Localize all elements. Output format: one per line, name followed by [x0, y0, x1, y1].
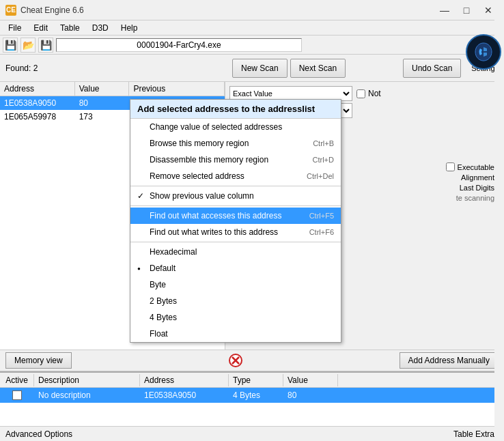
context-menu: Add selected addresses to the addresslis…: [130, 99, 341, 343]
addr-col-header-type: Type: [229, 374, 283, 386]
col-header-value: Value: [75, 82, 130, 96]
not-label: Not: [368, 89, 381, 98]
menu-file[interactable]: File: [3, 22, 27, 34]
bottom-toolbar: Memory view Add Address Manually: [0, 350, 504, 371]
not-checkbox-row: Not: [356, 89, 381, 98]
toolbar-btn-1[interactable]: 💾: [3, 38, 18, 53]
ctx-4bytes[interactable]: 4 Bytes: [130, 309, 341, 326]
found-label: Found: 2: [5, 63, 38, 73]
addr-row0-description: No description: [34, 390, 140, 400]
main-window: CE Cheat Engine 6.6 — □ ✕ File Edit Tabl…: [0, 0, 504, 441]
status-table-extras[interactable]: Table Extras: [453, 429, 499, 439]
status-bar: Advanced Options Table Extras: [0, 426, 504, 441]
memory-view-button[interactable]: Memory view: [5, 352, 72, 369]
ctx-change-value[interactable]: Change value of selected addresses: [130, 119, 341, 135]
ctx-remove-address[interactable]: Remove selected address Ctrl+Del: [130, 168, 341, 184]
menu-help[interactable]: Help: [115, 22, 143, 34]
undo-scan-button[interactable]: Undo Scan: [403, 59, 461, 78]
ctx-float[interactable]: Float: [130, 326, 341, 342]
scan-buttons: New Scan Next Scan: [232, 59, 346, 78]
title-bar: CE Cheat Engine 6.6 — □ ✕: [0, 0, 504, 20]
menu-edit[interactable]: Edit: [28, 22, 53, 34]
ctx-disassemble[interactable]: Disassemble this memory region Ctrl+D: [130, 152, 341, 168]
ctx-hexadecimal[interactable]: Hexadecimal: [130, 244, 341, 260]
toolbar-bar: 💾 📂 💾 00001904-FarCry4.exe: [0, 35, 504, 55]
minimize-button[interactable]: —: [434, 3, 455, 18]
menu-table[interactable]: Table: [55, 22, 85, 34]
row0-address: 1E0538A9050: [0, 98, 75, 108]
addr-col-header-desc: Description: [34, 374, 140, 386]
ctx-find-writes[interactable]: Find out what writes to this address Ctr…: [130, 224, 341, 240]
executable-label: Executable: [458, 163, 494, 171]
addr-row0-type: 4 Bytes: [229, 390, 283, 400]
ctx-find-accesses[interactable]: Find out what accesses this address Ctrl…: [130, 208, 341, 224]
toolbar-btn-2[interactable]: 📂: [20, 38, 36, 53]
window-controls: — □ ✕: [434, 3, 499, 18]
ctx-sep-2: [130, 205, 341, 206]
app-title: Cheat Engine 6.6: [20, 5, 84, 15]
addr-scrollbar[interactable]: [494, 388, 504, 426]
delete-icon-area: [77, 352, 394, 369]
row0-value: 80: [75, 98, 130, 108]
address-list-row-0[interactable]: No description 1E0538A9050 4 Bytes 80: [0, 388, 504, 403]
ctx-browse-memory[interactable]: Browse this memory region Ctrl+B: [130, 135, 341, 152]
row1-address: 1E065A59978: [0, 112, 75, 122]
ctx-sep-3: [130, 242, 341, 242]
ctx-default[interactable]: Default: [130, 260, 341, 276]
addr-row0-active: [0, 390, 34, 400]
executable-checkbox[interactable]: [446, 162, 455, 171]
add-address-manually-button[interactable]: Add Address Manually: [400, 352, 499, 369]
next-scan-button[interactable]: Next Scan: [290, 59, 346, 78]
addr-col-header-active: Active: [0, 374, 34, 386]
ctx-show-previous[interactable]: Show previous value column: [130, 188, 341, 204]
scan-header: Found: 2 New Scan Next Scan Undo Scan Se…: [0, 55, 504, 82]
addr-col-header-value: Value: [283, 374, 338, 386]
col-header-address: Address: [0, 82, 75, 96]
menu-bar: File Edit Table D3D Help: [0, 20, 504, 35]
col-header-previous: Previous: [129, 82, 225, 96]
undo-scan-area: Undo Scan: [403, 59, 461, 78]
ctx-byte[interactable]: Byte: [130, 276, 341, 293]
delete-icon[interactable]: [227, 352, 244, 369]
scan-list-header: Address Value Previous: [0, 82, 225, 96]
addr-row0-address: 1E0538A9050: [140, 390, 229, 400]
addr-row0-checkbox[interactable]: [12, 390, 22, 400]
ctx-2bytes[interactable]: 2 Bytes: [130, 293, 341, 309]
menu-d3d[interactable]: D3D: [87, 22, 114, 34]
new-scan-button[interactable]: New Scan: [232, 59, 288, 78]
addr-row0-value: 80: [283, 390, 338, 400]
address-list-panel: Active Description Address Type Value No…: [0, 371, 504, 426]
maximize-button[interactable]: □: [456, 3, 477, 18]
not-checkbox[interactable]: [356, 89, 365, 98]
status-advanced-options[interactable]: Advanced Options: [5, 429, 72, 439]
process-address-input[interactable]: 00001904-FarCry4.exe: [56, 38, 302, 52]
context-menu-header: Add selected addresses to the addresslis…: [130, 100, 341, 119]
address-list-body: No description 1E0538A9050 4 Bytes 80: [0, 388, 504, 426]
ctx-sep-1: [130, 186, 341, 186]
app-icon: CE: [5, 5, 16, 16]
row1-value: 173: [75, 112, 130, 122]
title-bar-left: CE Cheat Engine 6.6: [5, 5, 84, 16]
address-list-header: Active Description Address Type Value: [0, 373, 504, 388]
ce-logo: [466, 34, 501, 70]
addr-col-header-address: Address: [140, 374, 229, 386]
toolbar-btn-3[interactable]: 💾: [38, 38, 53, 53]
